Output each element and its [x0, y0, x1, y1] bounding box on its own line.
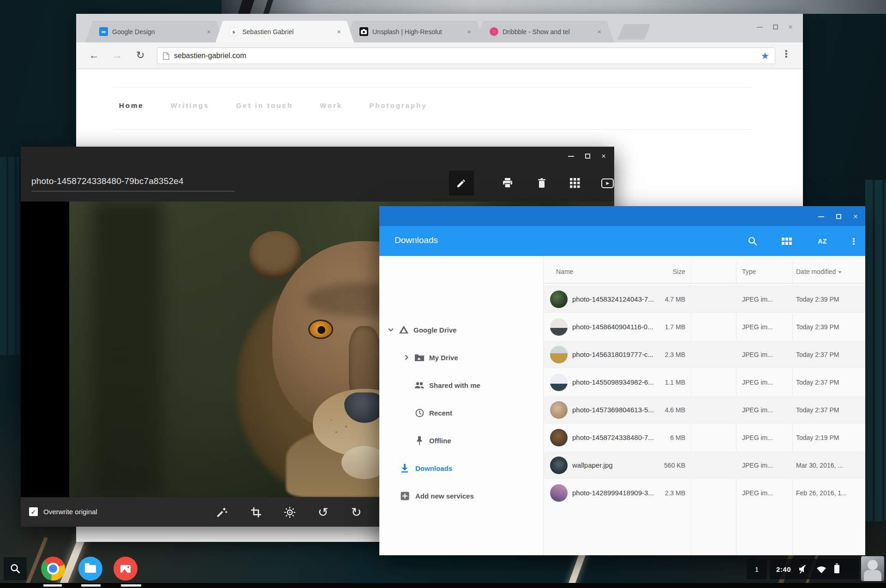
- column-header-date-modified[interactable]: Date modified: [796, 268, 842, 275]
- sidebar-item-offline[interactable]: Offline: [379, 430, 543, 451]
- tab-dribbble[interactable]: Dribbble - Show and tel ×: [476, 21, 614, 42]
- close-icon[interactable]: ×: [601, 152, 606, 160]
- table-row[interactable]: photo-1458640904116-0... 1.7 MB JPEG im.…: [544, 313, 865, 341]
- maximize-icon[interactable]: [773, 24, 778, 30]
- sort-arrow-icon: [838, 271, 842, 273]
- print-button[interactable]: [495, 171, 520, 196]
- table-row[interactable]: photo-1455098934982-6... 1.1 MB JPEG im.…: [544, 368, 865, 396]
- filename-underline: [31, 191, 234, 191]
- address-bar[interactable]: sebastien-gabriel.com ★: [157, 48, 775, 64]
- browser-menu-icon[interactable]: ⋮: [781, 48, 791, 59]
- column-header-type[interactable]: Type: [742, 268, 756, 275]
- tab-close-icon[interactable]: ×: [206, 27, 212, 36]
- crop-icon[interactable]: [248, 505, 264, 520]
- new-tab-button[interactable]: [617, 24, 651, 40]
- column-header-name[interactable]: Name: [556, 268, 573, 275]
- grid-view-icon[interactable]: [563, 171, 587, 196]
- file-thumbnail: [550, 374, 568, 391]
- table-row[interactable]: photo-1458324124043-7... 4.7 MB JPEG im.…: [544, 285, 865, 313]
- google-design-favicon-icon: ∞: [99, 27, 108, 36]
- chevron-right-icon[interactable]: [403, 354, 410, 361]
- wifi-icon: [816, 565, 827, 574]
- close-icon[interactable]: ×: [788, 23, 793, 31]
- tab-unsplash[interactable]: Unsplash | High-Resolut ×: [346, 21, 484, 42]
- tab-close-icon[interactable]: ×: [336, 27, 342, 36]
- file-thumbnail: [550, 429, 568, 446]
- table-row[interactable]: photo-1456318019777-c... 2.3 MB JPEG im.…: [544, 341, 865, 368]
- grid-view-icon[interactable]: [780, 235, 793, 248]
- dribbble-favicon-icon: [490, 27, 498, 36]
- launcher-button[interactable]: [4, 557, 27, 580]
- minimize-icon[interactable]: [568, 156, 574, 157]
- sidebar-item-google-drive[interactable]: Google Drive: [379, 320, 543, 340]
- files-menu-icon[interactable]: ⋮: [847, 235, 860, 248]
- shelf-bottom-strip: [0, 583, 886, 588]
- filename-field[interactable]: photo-1458724338480-79bc7a8352e4: [31, 176, 184, 186]
- notification-badge[interactable]: 1: [747, 559, 767, 579]
- battery-icon: [834, 565, 839, 573]
- running-app-indicator: [43, 584, 62, 587]
- sidebar-item-add-new-services[interactable]: Add new services: [379, 486, 543, 506]
- reload-button[interactable]: ↻: [136, 48, 144, 62]
- tab-label: Unsplash | High-Resolut: [372, 28, 462, 36]
- file-thumbnail: [550, 457, 568, 474]
- gallery-app-icon[interactable]: [114, 557, 138, 581]
- sidebar-item-shared-with-me[interactable]: Shared with me: [379, 375, 543, 395]
- minimize-icon[interactable]: [818, 216, 824, 217]
- tab-sebastien-gabriel[interactable]: s Sebastien Gabriel ×: [216, 21, 354, 42]
- site-nav-writings[interactable]: Writings: [171, 101, 210, 109]
- wallpaper-glass-panel: [865, 180, 886, 521]
- tab-close-icon[interactable]: ×: [466, 27, 472, 36]
- chrome-app-icon[interactable]: [41, 557, 65, 581]
- file-thumbnail: [550, 346, 568, 363]
- brightness-icon[interactable]: [282, 505, 298, 520]
- rotate-right-icon[interactable]: ↻: [348, 505, 364, 520]
- table-row[interactable]: wallpaper.jpg 560 KB JPEG im... Mar 30, …: [544, 451, 865, 479]
- files-location-title: Downloads: [395, 235, 438, 245]
- column-header-size[interactable]: Size: [647, 268, 685, 275]
- tab-google-design[interactable]: ∞ Google Design ×: [85, 21, 224, 42]
- site-nav-home[interactable]: Home: [119, 101, 144, 109]
- system-tray[interactable]: 2:40: [770, 559, 859, 579]
- browser-window-controls: ×: [757, 23, 793, 31]
- file-thumbnail: [550, 291, 568, 308]
- chevron-down-icon[interactable]: [388, 327, 394, 333]
- bookmark-star-icon[interactable]: ★: [761, 50, 769, 61]
- overwrite-checkbox[interactable]: ✓: [29, 507, 38, 516]
- sort-az-icon[interactable]: AZ: [816, 235, 829, 248]
- user-avatar[interactable]: [861, 556, 884, 581]
- site-nav-work[interactable]: Work: [320, 101, 342, 109]
- sidebar-item-recent[interactable]: Recent: [379, 403, 543, 423]
- maximize-icon[interactable]: [836, 214, 841, 219]
- files-titlebar: ×: [379, 206, 865, 226]
- photo-background-blur: [92, 202, 162, 497]
- edit-pencil-button[interactable]: [449, 171, 474, 196]
- url-text: sebastien-gabriel.com: [174, 52, 246, 60]
- back-button[interactable]: ←: [89, 48, 99, 62]
- volume-muted-icon: [798, 564, 808, 574]
- sidebar-item-my-drive[interactable]: My Drive: [379, 347, 543, 368]
- tab-label: Sebastien Gabriel: [242, 28, 332, 36]
- tab-close-icon[interactable]: ×: [596, 27, 602, 36]
- download-icon: [400, 463, 410, 473]
- slideshow-button[interactable]: ▶: [595, 171, 620, 196]
- table-row[interactable]: photo-1428999418909-3... 2.3 MB JPEG im.…: [544, 479, 865, 507]
- site-nav-get-in-touch[interactable]: Get in touch: [236, 101, 293, 109]
- table-row[interactable]: photo-1458724338480-7... 6 MB JPEG im...…: [544, 424, 865, 451]
- sidebar-item-downloads[interactable]: Downloads: [379, 458, 543, 478]
- autofix-wand-icon[interactable]: [214, 505, 229, 520]
- check-icon: ✓: [31, 508, 36, 516]
- file-list: Name Size Type Date modified photo-14583…: [544, 256, 865, 555]
- table-row[interactable]: photo-1457369804613-5... 4.6 MB JPEG im.…: [544, 396, 865, 424]
- pin-icon: [414, 435, 425, 445]
- desktop: ∞ Google Design × Unsplash | High-Resolu…: [0, 0, 886, 588]
- delete-button[interactable]: [529, 171, 554, 196]
- site-nav-photography[interactable]: Photography: [369, 101, 427, 109]
- close-icon[interactable]: ×: [853, 213, 858, 220]
- forward-button[interactable]: →: [112, 48, 122, 62]
- rotate-left-icon[interactable]: ↺: [315, 505, 331, 520]
- maximize-icon[interactable]: [585, 154, 590, 159]
- search-icon[interactable]: [746, 235, 759, 248]
- files-app-icon[interactable]: [78, 557, 102, 581]
- minimize-icon[interactable]: [757, 27, 763, 28]
